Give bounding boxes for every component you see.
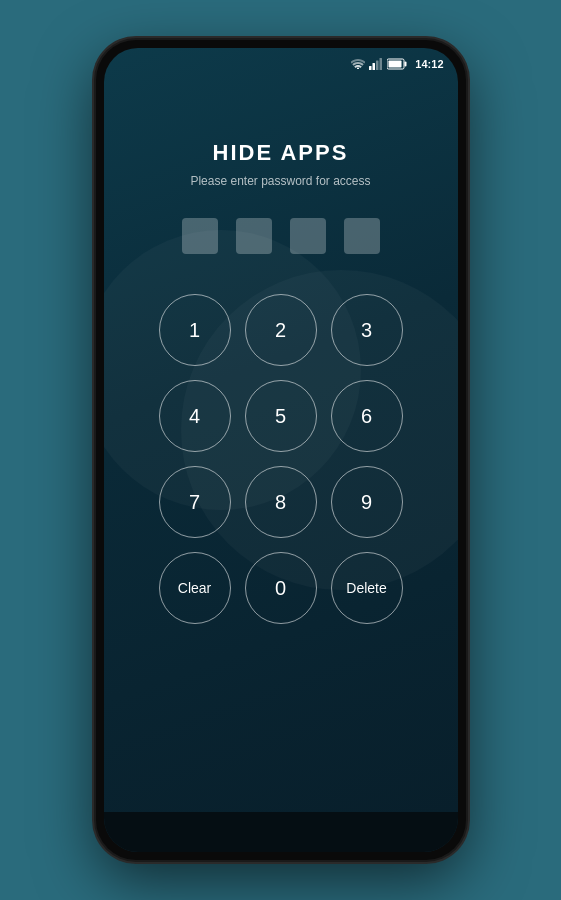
key-clear[interactable]: Clear (159, 552, 231, 624)
key-5[interactable]: 5 (245, 380, 317, 452)
bottom-bar (104, 812, 458, 852)
pin-dot-4 (344, 218, 380, 254)
svg-rect-0 (369, 66, 372, 70)
app-title: HIDE APPS (213, 140, 349, 166)
pin-dot-3 (290, 218, 326, 254)
key-9[interactable]: 9 (331, 466, 403, 538)
status-icons: 14:12 (351, 58, 443, 70)
pin-dot-2 (236, 218, 272, 254)
pin-dot-1 (182, 218, 218, 254)
phone-screen: 14:12 HIDE APPS Please enter password fo… (104, 48, 458, 852)
key-2[interactable]: 2 (245, 294, 317, 366)
svg-rect-6 (389, 61, 402, 68)
key-1[interactable]: 1 (159, 294, 231, 366)
keypad-row-1: 1 2 3 (159, 294, 403, 366)
key-3[interactable]: 3 (331, 294, 403, 366)
battery-icon (387, 58, 407, 70)
keypad: 1 2 3 4 5 6 7 8 9 Clear 0 Delete (159, 294, 403, 624)
key-8[interactable]: 8 (245, 466, 317, 538)
keypad-row-3: 7 8 9 (159, 466, 403, 538)
svg-rect-5 (405, 62, 407, 67)
app-content: HIDE APPS Please enter password for acce… (104, 80, 458, 852)
phone-frame: 14:12 HIDE APPS Please enter password fo… (96, 40, 466, 860)
keypad-row-4: Clear 0 Delete (159, 552, 403, 624)
key-7[interactable]: 7 (159, 466, 231, 538)
signal-icon (369, 58, 383, 70)
keypad-row-2: 4 5 6 (159, 380, 403, 452)
svg-rect-3 (380, 58, 383, 70)
key-6[interactable]: 6 (331, 380, 403, 452)
pin-dots (182, 218, 380, 254)
app-subtitle: Please enter password for access (190, 174, 370, 188)
key-delete[interactable]: Delete (331, 552, 403, 624)
svg-rect-2 (376, 61, 379, 71)
key-0[interactable]: 0 (245, 552, 317, 624)
wifi-icon (351, 59, 365, 69)
key-4[interactable]: 4 (159, 380, 231, 452)
status-time: 14:12 (415, 58, 443, 70)
svg-rect-1 (373, 63, 376, 70)
status-bar: 14:12 (104, 48, 458, 80)
